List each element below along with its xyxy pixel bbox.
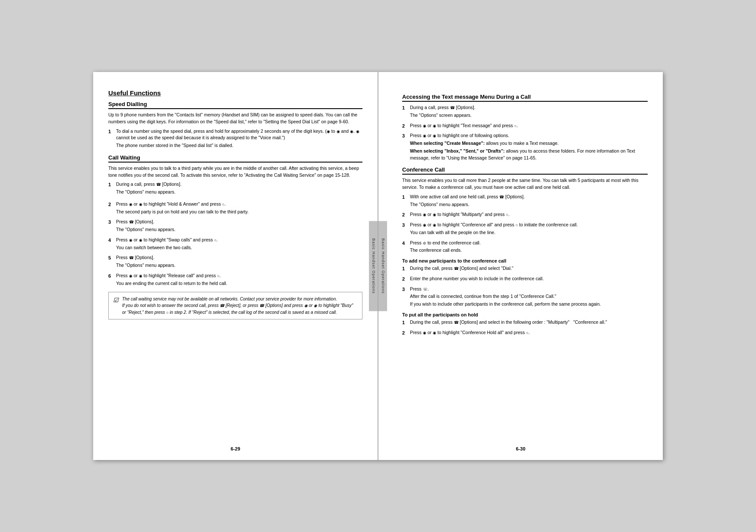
speed-dialling-intro: Up to 9 phone numbers from the "Contacts… (108, 112, 362, 125)
list-item: 1 During a call, press [Options]. The "O… (402, 104, 648, 120)
page-number-right: 6-30 (378, 446, 663, 451)
spine-tab-left: Basic Handset Operations (369, 221, 378, 311)
list-item: 1 During a call, press [Options]. The "O… (108, 181, 362, 197)
list-item: 1 During the call, press [Options] and s… (402, 265, 648, 273)
call-waiting-intro: This service enables you to talk to a th… (108, 165, 362, 179)
list-item: 1 To dial a number using the speed dial,… (108, 128, 362, 150)
note-box: ☑ The call waiting service may not be av… (108, 292, 362, 319)
list-item: 4 Press to end the conference call. The … (402, 240, 648, 255)
book-spread: Useful Functions Speed Dialling Up to 9 … (93, 72, 663, 460)
list-item: 2 Enter the phone number you wish to inc… (402, 275, 648, 283)
conference-call-title: Conference Call (402, 166, 648, 175)
put-on-hold-list: 1 During the call, press [Options] and s… (402, 319, 648, 337)
call-waiting-list: 1 During a call, press [Options]. The "O… (108, 181, 362, 197)
list-item: 3 Press or to highlight "Conference all"… (402, 222, 648, 237)
note-icon: ☑ (113, 296, 119, 316)
list-item: 3 Press or to highlight one of following… (402, 132, 648, 162)
continuation-list: 2 Press or to highlight "Hold & Answer" … (108, 201, 362, 288)
text-message-list: 1 During a call, press [Options]. The "O… (402, 104, 648, 162)
list-item: 4 Press or to highlight "Swap calls" and… (108, 237, 362, 252)
speed-dialling-list: 1 To dial a number using the speed dial,… (108, 128, 362, 150)
page-number-left: 6-29 (93, 446, 378, 451)
speed-dialling-title: Speed Dialling (108, 101, 362, 109)
list-item: 2 Press or to highlight "Conference Hold… (402, 329, 648, 337)
text-message-menu-title: Accessing the Text message Menu During a… (402, 94, 648, 102)
list-item: 2 Press or to highlight "Multiparty" and… (402, 211, 648, 219)
add-participants-list: 1 During the call, press [Options] and s… (402, 265, 648, 309)
spine-tab-right: Basic Handset Operations (378, 221, 387, 311)
section-title: Useful Functions (108, 89, 362, 97)
call-waiting-title: Call Waiting (108, 154, 362, 163)
add-participants-heading: To add new participants to the conferenc… (402, 258, 648, 263)
list-item: 3 Press [Options]. The "Options" menu ap… (108, 219, 362, 234)
list-item: 1 During the call, press [Options] and s… (402, 319, 648, 327)
list-item: 3 Press . After the call is connected, c… (402, 286, 648, 309)
left-page: Useful Functions Speed Dialling Up to 9 … (93, 72, 378, 460)
right-page: Accessing the Text message Menu During a… (378, 72, 663, 460)
conference-call-intro: This service enables you to call more th… (402, 177, 648, 191)
list-item: 6 Press or to highlight "Release call" a… (108, 272, 362, 288)
list-item: 5 Press [Options]. The "Options" menu ap… (108, 254, 362, 270)
list-item: 2 Press or to highlight "Hold & Answer" … (108, 201, 362, 216)
put-on-hold-heading: To put all the participants on hold (402, 312, 648, 317)
list-item: 2 Press or to highlight "Text message" a… (402, 122, 648, 130)
conference-list: 1 With one active call and one held call… (402, 194, 648, 255)
list-item: 1 With one active call and one held call… (402, 194, 648, 209)
note-text: The call waiting service may not be avai… (122, 296, 358, 316)
